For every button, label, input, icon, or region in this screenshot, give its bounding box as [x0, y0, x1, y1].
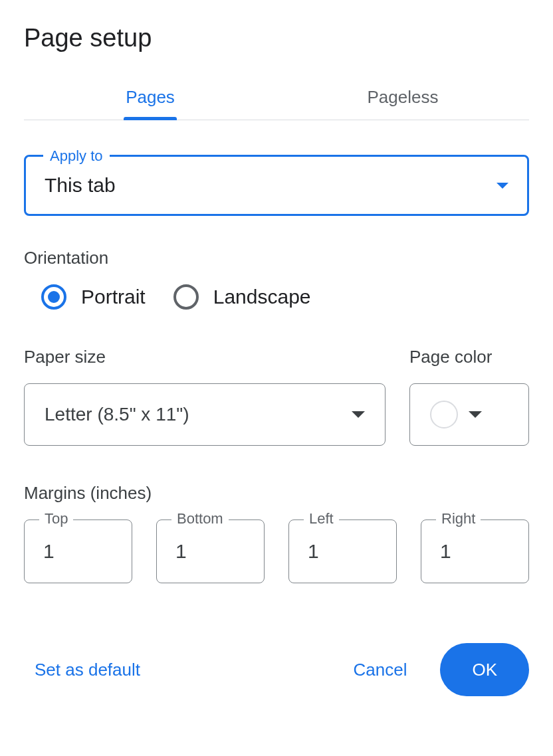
chevron-down-icon	[469, 411, 482, 418]
paper-size-value: Letter (8.5" x 11")	[45, 404, 341, 425]
dialog-title: Page setup	[24, 24, 529, 52]
ok-button[interactable]: OK	[440, 643, 529, 696]
chevron-down-icon	[352, 411, 365, 418]
page-color-label: Page color	[409, 347, 529, 367]
margin-left-input[interactable]: Left 1	[288, 520, 397, 583]
margin-right-input[interactable]: Right 1	[421, 520, 529, 583]
apply-to-value: This tab	[45, 174, 497, 197]
color-swatch-icon	[430, 401, 458, 428]
margin-left-value: 1	[308, 540, 319, 563]
orientation-label: Orientation	[24, 248, 529, 268]
tabs: Pages Pageless	[24, 82, 529, 120]
paper-size-label: Paper size	[24, 347, 386, 367]
dialog-footer: Set as default Cancel OK	[24, 643, 529, 696]
radio-portrait-label: Portrait	[81, 286, 146, 308]
margins-label: Margins (inches)	[24, 483, 529, 504]
margin-top-value: 1	[43, 540, 55, 563]
cancel-button[interactable]: Cancel	[342, 652, 417, 688]
page-color-dropdown[interactable]	[409, 383, 529, 446]
tab-pages[interactable]: Pages	[24, 82, 276, 120]
margin-right-value: 1	[440, 540, 451, 563]
margin-bottom-value: 1	[175, 540, 187, 563]
apply-to-dropdown[interactable]: Apply to This tab	[24, 155, 529, 216]
margin-bottom-input[interactable]: Bottom 1	[156, 520, 265, 583]
margins-group: Top 1 Bottom 1 Left 1 Right 1	[24, 520, 529, 583]
paper-size-dropdown[interactable]: Letter (8.5" x 11")	[24, 383, 386, 446]
radio-landscape[interactable]	[173, 284, 199, 310]
radio-portrait[interactable]	[41, 284, 66, 310]
orientation-group: Portrait Landscape	[24, 284, 529, 310]
margin-right-label: Right	[436, 510, 481, 527]
margin-top-label: Top	[39, 510, 73, 527]
set-default-button[interactable]: Set as default	[24, 652, 151, 688]
radio-landscape-label: Landscape	[213, 286, 311, 308]
apply-to-label: Apply to	[43, 147, 110, 165]
margin-top-input[interactable]: Top 1	[24, 520, 132, 583]
chevron-down-icon	[497, 183, 508, 189]
tab-pageless[interactable]: Pageless	[276, 82, 529, 120]
margin-bottom-label: Bottom	[171, 510, 229, 527]
margin-left-label: Left	[304, 510, 339, 527]
